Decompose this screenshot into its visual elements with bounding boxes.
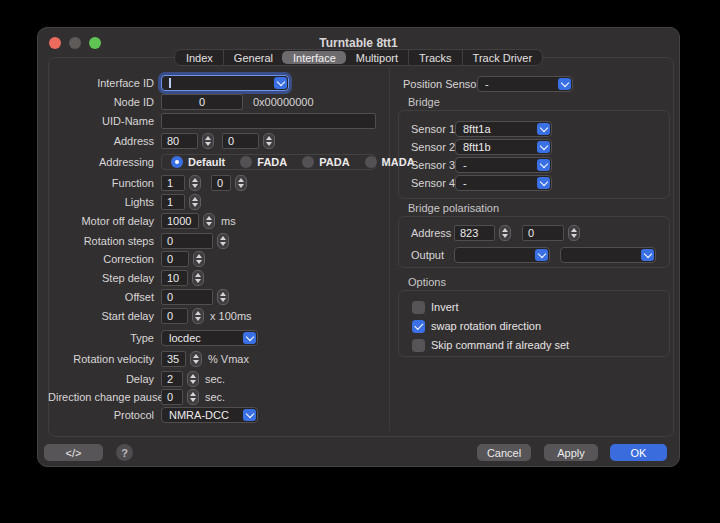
lights-stepper[interactable] bbox=[189, 194, 201, 210]
sensor-2-dropdown-button[interactable] bbox=[537, 141, 550, 153]
function-label: Function bbox=[48, 177, 154, 189]
checkbox-unchecked-icon[interactable] bbox=[412, 301, 425, 314]
sensor-1-row: Sensor 1 8ftt1a bbox=[411, 121, 669, 137]
interface-id-combobox[interactable] bbox=[161, 75, 289, 91]
stepper-up-icon bbox=[190, 392, 196, 396]
delay-stepper[interactable] bbox=[187, 371, 199, 387]
sensor-3-dropdown[interactable]: - bbox=[455, 157, 552, 173]
start-delay-input[interactable]: 0 bbox=[161, 308, 188, 324]
cancel-button[interactable]: Cancel bbox=[477, 444, 531, 461]
function-input-1[interactable]: 1 bbox=[161, 175, 185, 191]
motor-off-delay-stepper[interactable] bbox=[203, 213, 215, 229]
left-form-column: Interface ID Node ID 0 0x00000000 UID-Na… bbox=[48, 75, 388, 423]
step-delay-input[interactable]: 10 bbox=[161, 270, 188, 286]
function-stepper-1[interactable] bbox=[189, 175, 201, 191]
radio-default[interactable]: Default bbox=[171, 156, 225, 168]
correction-stepper[interactable] bbox=[193, 251, 205, 267]
polarisation-address-stepper-1[interactable] bbox=[499, 225, 511, 241]
address-input-2[interactable]: 0 bbox=[222, 133, 259, 149]
position-sensor-dropdown[interactable]: - bbox=[477, 76, 573, 92]
position-sensor-dropdown-button[interactable] bbox=[558, 78, 571, 90]
invert-option[interactable]: Invert bbox=[412, 299, 669, 315]
direction-change-pause-input[interactable]: 0 bbox=[161, 389, 183, 405]
tab-index[interactable]: Index bbox=[175, 50, 223, 65]
sensor-3-label: Sensor 3 bbox=[411, 159, 455, 171]
address-label: Address bbox=[48, 135, 154, 147]
radio-selected-icon bbox=[171, 156, 183, 168]
sensor-3-dropdown-button[interactable] bbox=[537, 159, 550, 171]
sensor-2-dropdown[interactable]: 8ftt1b bbox=[455, 139, 552, 155]
sensor-1-label: Sensor 1 bbox=[411, 123, 455, 135]
apply-button[interactable]: Apply bbox=[544, 444, 598, 461]
ok-button[interactable]: OK bbox=[610, 444, 667, 461]
start-delay-label: Start delay bbox=[48, 310, 154, 322]
stepper-down-icon bbox=[571, 234, 577, 238]
polarisation-address-input-2[interactable]: 0 bbox=[522, 225, 564, 241]
polarisation-address-stepper-2[interactable] bbox=[568, 225, 580, 241]
polarisation-output-dropdown-2[interactable] bbox=[560, 247, 656, 263]
interface-id-dropdown-button[interactable] bbox=[274, 77, 287, 89]
help-button[interactable]: ? bbox=[116, 444, 133, 461]
stepper-up-icon bbox=[195, 311, 201, 315]
sensor-4-dropdown-button[interactable] bbox=[537, 177, 550, 189]
tab-track-driver[interactable]: Track Driver bbox=[462, 50, 542, 65]
polarisation-address-row: Address 823 0 bbox=[411, 225, 669, 241]
correction-input[interactable]: 0 bbox=[161, 251, 189, 267]
rotation-steps-stepper[interactable] bbox=[217, 233, 229, 249]
motor-off-delay-input[interactable]: 1000 bbox=[161, 213, 199, 229]
stepper-up-icon bbox=[190, 374, 196, 378]
sensor-1-dropdown[interactable]: 8ftt1a bbox=[455, 121, 552, 137]
sensor-3-row: Sensor 3 - bbox=[411, 157, 669, 173]
step-delay-row: Step delay 10 bbox=[48, 270, 388, 286]
sensor-1-dropdown-button[interactable] bbox=[537, 123, 550, 135]
type-dropdown-button[interactable] bbox=[243, 332, 256, 344]
function-stepper-2[interactable] bbox=[235, 175, 247, 191]
rotation-velocity-input[interactable]: 35 bbox=[161, 351, 186, 367]
step-delay-stepper[interactable] bbox=[192, 270, 204, 286]
stepper-up-icon bbox=[196, 254, 202, 258]
lights-input[interactable]: 1 bbox=[161, 194, 185, 210]
tab-general[interactable]: General bbox=[223, 50, 283, 65]
bridge-group-box: Sensor 1 8ftt1a Sensor 2 8ftt1b Sensor 3… bbox=[398, 110, 670, 199]
polarisation-address-label: Address bbox=[411, 227, 454, 239]
direction-change-pause-stepper[interactable] bbox=[187, 389, 199, 405]
protocol-dropdown[interactable]: NMRA-DCC bbox=[161, 407, 258, 423]
uid-name-input[interactable] bbox=[161, 113, 376, 129]
function-input-2[interactable]: 0 bbox=[211, 175, 231, 191]
sensor-4-dropdown[interactable]: - bbox=[455, 175, 552, 191]
tab-tracks[interactable]: Tracks bbox=[408, 50, 462, 65]
polarisation-output-dropdown-button-1[interactable] bbox=[535, 249, 548, 261]
delay-input[interactable]: 2 bbox=[161, 371, 183, 387]
polarisation-output-dropdown-button-2[interactable] bbox=[641, 249, 654, 261]
chevron-down-icon bbox=[245, 409, 253, 417]
polarisation-address-input-1[interactable]: 823 bbox=[454, 225, 495, 241]
stepper-down-icon bbox=[502, 234, 508, 238]
node-id-input[interactable]: 0 bbox=[161, 94, 243, 110]
address-stepper-1[interactable] bbox=[202, 133, 214, 149]
radio-fada[interactable]: FADA bbox=[240, 156, 287, 168]
checkbox-unchecked-icon[interactable] bbox=[412, 339, 425, 352]
xml-code-button[interactable]: </> bbox=[44, 444, 103, 461]
skip-command-option[interactable]: Skip command if already set bbox=[412, 337, 669, 353]
radio-pada[interactable]: PADA bbox=[302, 156, 349, 168]
protocol-dropdown-button[interactable] bbox=[243, 409, 256, 421]
rotation-steps-input[interactable]: 0 bbox=[161, 233, 213, 249]
sensor-4-row: Sensor 4 - bbox=[411, 175, 669, 191]
stepper-up-icon bbox=[220, 292, 226, 296]
polarisation-output-dropdown-1[interactable] bbox=[454, 247, 550, 263]
offset-input[interactable]: 0 bbox=[161, 289, 213, 305]
address-input-1[interactable]: 80 bbox=[161, 133, 198, 149]
address-stepper-2[interactable] bbox=[263, 133, 275, 149]
protocol-value: NMRA-DCC bbox=[169, 409, 229, 421]
invert-label: Invert bbox=[431, 301, 459, 313]
swap-rotation-direction-option[interactable]: swap rotation direction bbox=[412, 318, 669, 334]
checkbox-checked-icon[interactable] bbox=[412, 320, 425, 333]
sensor-3-value: - bbox=[463, 159, 467, 171]
offset-stepper[interactable] bbox=[217, 289, 229, 305]
type-dropdown[interactable]: locdec bbox=[161, 330, 258, 346]
stepper-down-icon bbox=[196, 260, 202, 264]
tab-multiport[interactable]: Multiport bbox=[345, 50, 408, 65]
rotation-velocity-stepper[interactable] bbox=[190, 351, 202, 367]
start-delay-stepper[interactable] bbox=[192, 308, 204, 324]
tab-interface[interactable]: Interface bbox=[282, 51, 346, 64]
